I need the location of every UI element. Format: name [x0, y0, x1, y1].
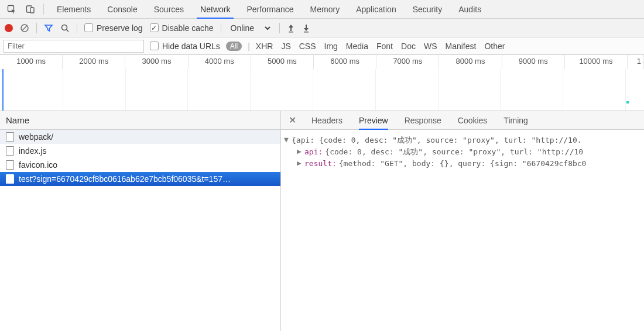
svg-rect-2	[30, 8, 34, 13]
request-row[interactable]: webpack/	[0, 130, 280, 144]
network-filterbar: Hide data URLs All | XHRJSCSSImgMediaFon…	[0, 37, 644, 55]
separator	[77, 23, 77, 33]
filter-type-all[interactable]: All	[226, 42, 242, 51]
devtools-tab-elements[interactable]: Elements	[49, 0, 99, 18]
timeline-tick: 10000 ms	[565, 55, 628, 69]
devtools-tab-application[interactable]: Application	[348, 0, 405, 18]
detail-tab-headers[interactable]: Headers	[311, 111, 342, 129]
response-preview-tree[interactable]: ▼ {api: {code: 0, desc: "成功", source: "p…	[281, 130, 644, 331]
file-icon	[6, 132, 14, 142]
tree-value: {code: 0, desc: "成功", source: "proxy", t…	[325, 146, 583, 158]
filter-type-ws[interactable]: WS	[424, 42, 437, 51]
devtools-tab-network[interactable]: Network	[192, 0, 238, 18]
timeline-tick: 3000 ms	[125, 55, 188, 69]
clear-button[interactable]	[20, 23, 29, 33]
tree-caret-closed-icon[interactable]: ▶	[296, 146, 302, 157]
devtools-tab-audits[interactable]: Audits	[450, 0, 489, 18]
request-list: Name webpack/index.jsfavicon.icotest?sig…	[0, 111, 281, 331]
device-toolbar-icon[interactable]	[22, 0, 39, 18]
detail-tabbar: ✕ HeadersPreviewResponseCookiesTiming	[281, 111, 644, 130]
hide-data-urls-label: Hide data URLs	[162, 42, 220, 51]
timeline-tick: 1	[628, 55, 644, 69]
tree-caret-closed-icon[interactable]: ▶	[296, 157, 302, 169]
inspect-element-icon[interactable]	[4, 0, 20, 18]
timeline-tick: 4000 ms	[189, 55, 251, 69]
tree-value: {method: "GET", body: {}, query: {sign: …	[339, 158, 587, 170]
record-button[interactable]	[5, 24, 13, 32]
svg-point-4	[62, 25, 67, 30]
checkbox-icon	[84, 23, 93, 32]
devtools-tabbar: ElementsConsoleSourcesNetworkPerformance…	[0, 0, 644, 19]
filter-type-js[interactable]: JS	[281, 42, 290, 51]
request-row[interactable]: test?sign=6670429cf8bc0616ab62e7bcb5f060…	[0, 172, 280, 186]
checkbox-icon	[150, 23, 159, 32]
request-name: webpack/	[19, 132, 53, 142]
filter-type-font[interactable]: Font	[376, 42, 393, 51]
separator	[43, 4, 44, 15]
request-name: index.js	[19, 146, 46, 156]
devtools-tab-security[interactable]: Security	[405, 0, 451, 18]
upload-har-icon[interactable]	[287, 23, 295, 33]
disable-cache-checkbox[interactable]: Disable cache	[150, 23, 214, 33]
request-row[interactable]: favicon.ico	[0, 158, 280, 172]
timeline-tick: 1000 ms	[0, 55, 63, 69]
tree-caret-open-icon[interactable]: ▼	[283, 134, 289, 146]
svg-rect-6	[304, 32, 309, 33]
preserve-log-checkbox[interactable]: Preserve log	[84, 23, 143, 33]
request-list-header[interactable]: Name	[0, 111, 280, 130]
filter-type-css[interactable]: CSS	[299, 42, 316, 51]
hide-data-urls-checkbox[interactable]: Hide data URLs	[150, 42, 220, 51]
timeline-tick: 7000 ms	[376, 55, 439, 69]
network-toolbar: Preserve log Disable cache Online	[0, 19, 644, 37]
filter-type-other[interactable]: Other	[484, 42, 505, 51]
disable-cache-label: Disable cache	[162, 23, 214, 33]
detail-tab-timing[interactable]: Timing	[503, 111, 528, 129]
tree-key: result:	[304, 158, 337, 170]
detail-tab-response[interactable]: Response	[405, 111, 441, 129]
tree-key: api:	[304, 146, 323, 158]
close-detail-button[interactable]: ✕	[286, 111, 299, 129]
timeline-tick: 9000 ms	[502, 55, 565, 69]
svg-rect-5	[289, 32, 293, 33]
detail-tab-cookies[interactable]: Cookies	[458, 111, 488, 129]
throttle-select[interactable]: Online	[228, 23, 272, 33]
preserve-log-label: Preserve log	[97, 23, 143, 33]
filter-input[interactable]	[4, 40, 144, 53]
network-waterfall-overview[interactable]: 1000 ms2000 ms3000 ms4000 ms5000 ms6000 …	[0, 55, 644, 111]
filter-type-manifest[interactable]: Manifest	[445, 42, 476, 51]
devtools-tab-console[interactable]: Console	[99, 0, 145, 18]
devtools-tab-sources[interactable]: Sources	[146, 0, 192, 18]
filter-icon[interactable]	[44, 23, 53, 33]
timeline-tick: 5000 ms	[251, 55, 314, 69]
timeline-tick: 8000 ms	[439, 55, 502, 69]
file-icon	[6, 146, 14, 156]
checkbox-icon	[150, 42, 159, 50]
request-row[interactable]: index.js	[0, 144, 280, 158]
timeline-tick: 6000 ms	[314, 55, 376, 69]
filter-type-img[interactable]: Img	[324, 42, 338, 51]
separator	[36, 23, 37, 33]
search-icon[interactable]	[60, 23, 70, 33]
timeline-tick: 2000 ms	[63, 55, 125, 69]
separator	[279, 23, 280, 33]
detail-tab-preview[interactable]: Preview	[359, 111, 388, 129]
request-name: favicon.ico	[19, 160, 57, 170]
separator: |	[248, 42, 250, 51]
file-icon	[6, 174, 14, 184]
separator	[221, 23, 221, 33]
download-har-icon[interactable]	[302, 23, 310, 33]
filter-type-xhr[interactable]: XHR	[256, 42, 273, 51]
tree-root: {api: {code: 0, desc: "成功", source: "pro…	[292, 135, 582, 146]
devtools-tab-performance[interactable]: Performance	[238, 0, 302, 18]
request-detail-pane: ✕ HeadersPreviewResponseCookiesTiming ▼ …	[281, 111, 644, 331]
devtools-tab-memory[interactable]: Memory	[302, 0, 348, 18]
file-icon	[6, 160, 14, 170]
timeline-marker	[626, 101, 629, 104]
filter-type-media[interactable]: Media	[346, 42, 368, 51]
request-name: test?sign=6670429cf8bc0616ab62e7bcb5f060…	[19, 174, 231, 184]
filter-type-doc[interactable]: Doc	[401, 42, 416, 51]
timeline-playhead	[2, 69, 4, 111]
